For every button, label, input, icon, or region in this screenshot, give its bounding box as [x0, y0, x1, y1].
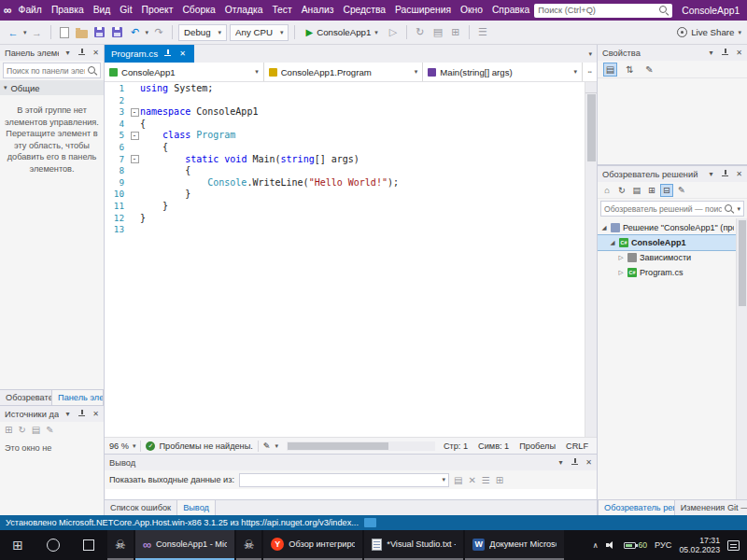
- language-indicator[interactable]: РУС: [655, 540, 671, 550]
- navigate-forward-icon[interactable]: →: [30, 24, 45, 41]
- tab-toolbox[interactable]: Панель эле...: [51, 390, 104, 405]
- chevron-down-icon[interactable]: ▾: [146, 29, 149, 36]
- toolbox-search-box[interactable]: [3, 63, 101, 78]
- taskbar-window-skull[interactable]: ☠: [236, 530, 262, 560]
- code-line[interactable]: 11 }: [105, 201, 585, 213]
- show-all-files-icon[interactable]: ✎: [675, 184, 688, 197]
- menu-item-4[interactable]: Проект: [137, 0, 178, 21]
- code-line[interactable]: 9 Console.WriteLine("Hello World!");: [105, 177, 585, 189]
- solution-search-box[interactable]: ▾: [600, 201, 744, 217]
- pin-icon[interactable]: [570, 457, 580, 469]
- properties-content[interactable]: [598, 78, 747, 164]
- hot-reload-icon[interactable]: ↻: [413, 24, 428, 41]
- code-line[interactable]: 2: [105, 95, 585, 107]
- categorized-view-icon[interactable]: ▤: [603, 63, 617, 77]
- code-line[interactable]: 8 {: [105, 165, 585, 177]
- toolbox-search-input[interactable]: [7, 66, 85, 76]
- navigate-back-icon[interactable]: ←: [6, 24, 21, 41]
- chevron-down-icon[interactable]: ▾: [23, 29, 27, 36]
- vertical-scrollbar[interactable]: [585, 82, 597, 437]
- platform-dropdown[interactable]: Any CPU▾: [230, 24, 289, 41]
- breakpoints-icon[interactable]: ▤: [430, 24, 445, 41]
- close-icon[interactable]: ✕: [734, 48, 744, 59]
- split-window-handle[interactable]: ▪▪: [583, 63, 597, 81]
- tree-item[interactable]: ◢Решение "ConsoleApp1" (проекты: 1 из 1): [598, 220, 736, 235]
- output-source-dropdown[interactable]: ▾: [239, 473, 449, 487]
- code-line[interactable]: 5- class Program: [105, 130, 585, 142]
- switch-views-icon[interactable]: ⌂: [600, 184, 613, 197]
- undo-icon[interactable]: ↶: [128, 24, 143, 41]
- scrollbar-thumb[interactable]: [739, 220, 746, 306]
- taskbar-window-visual-studio[interactable]: ∞ConsoleApp1 - Mic...: [135, 530, 234, 560]
- vertical-scrollbar[interactable]: [736, 218, 747, 499]
- task-view-button[interactable]: [71, 530, 106, 560]
- pin-icon[interactable]: [720, 48, 730, 59]
- configuration-dropdown[interactable]: Debug▾: [178, 24, 227, 41]
- new-file-icon[interactable]: [57, 24, 72, 41]
- quick-search-box[interactable]: [534, 4, 672, 18]
- fold-toggle[interactable]: -: [129, 108, 140, 117]
- whitespace-indicator[interactable]: Пробелы: [519, 441, 556, 451]
- code-area[interactable]: 1using System;23-namespace ConsoleApp14{…: [105, 82, 585, 437]
- document-list-chevron-icon[interactable]: ▾: [588, 50, 592, 58]
- menu-item-7[interactable]: Тест: [267, 0, 296, 21]
- menu-item-3[interactable]: Git: [115, 0, 136, 21]
- line-ending-indicator[interactable]: CRLF: [566, 441, 588, 451]
- chevron-down-icon[interactable]: ▾: [63, 409, 73, 420]
- close-icon[interactable]: ✕: [91, 409, 101, 420]
- zoom-dropdown[interactable]: 96 % ▾: [109, 441, 135, 451]
- close-icon[interactable]: ✕: [177, 49, 188, 60]
- sync-with-active-document-icon[interactable]: ▤: [630, 184, 643, 197]
- code-line[interactable]: 7- static void Main(string[] args): [105, 154, 585, 166]
- pin-icon[interactable]: [720, 169, 730, 180]
- clear-all-icon[interactable]: ✕: [468, 475, 475, 485]
- autoscroll-icon[interactable]: ⊞: [496, 475, 503, 485]
- code-editor[interactable]: 1using System;23-namespace ConsoleApp14{…: [105, 82, 597, 437]
- property-pages-icon[interactable]: ✎: [642, 63, 656, 77]
- chevron-down-icon[interactable]: ▾: [275, 442, 279, 450]
- find-in-files-icon[interactable]: ☰: [475, 24, 490, 41]
- code-line[interactable]: 6 {: [105, 142, 585, 154]
- solution-search-input[interactable]: [604, 204, 722, 214]
- edit-icon[interactable]: ✎: [46, 425, 53, 435]
- run-without-debugging-icon[interactable]: ▷: [386, 24, 401, 41]
- tab-program-cs[interactable]: Program.cs ✕: [105, 45, 194, 63]
- tab-server-explorer[interactable]: Обозревате...: [0, 390, 51, 405]
- taskbar-search-button[interactable]: [35, 530, 71, 560]
- taskbar-window-skull[interactable]: ☠: [107, 530, 134, 560]
- tree-item[interactable]: ▷Зависимости: [598, 250, 736, 265]
- member-dropdown[interactable]: Main(string[] args) ▾: [423, 63, 583, 81]
- tab-error-list[interactable]: Список ошибок: [105, 500, 176, 515]
- document-health-indicator[interactable]: ✓ Проблемы не найдены.: [146, 441, 252, 451]
- pin-icon[interactable]: [77, 409, 87, 420]
- menu-item-0[interactable]: Файл: [14, 0, 47, 21]
- code-line[interactable]: 12}: [105, 213, 585, 225]
- toolbox-group-general[interactable]: ▾ Общие: [0, 80, 104, 95]
- fold-toggle[interactable]: -: [129, 132, 140, 140]
- collapsed-icon[interactable]: ▷: [617, 269, 625, 276]
- close-icon[interactable]: ✕: [584, 457, 594, 469]
- menu-item-10[interactable]: Расширения: [390, 0, 456, 21]
- start-button[interactable]: ⊞: [0, 530, 35, 560]
- tab-output[interactable]: Вывод: [176, 500, 216, 515]
- hidden-icons-chevron-icon[interactable]: ∧: [593, 541, 599, 550]
- code-line[interactable]: 1using System;: [105, 83, 585, 95]
- code-line[interactable]: 10 }: [105, 189, 585, 201]
- clock[interactable]: 17:31 05.02.2023: [680, 536, 720, 554]
- chevron-down-icon[interactable]: ▾: [63, 48, 73, 59]
- edit-mode-icon[interactable]: ✎: [263, 441, 271, 451]
- code-line[interactable]: 13: [105, 224, 585, 236]
- chevron-down-icon[interactable]: ▾: [706, 169, 716, 180]
- refresh-icon[interactable]: ↻: [18, 425, 25, 435]
- expanded-icon[interactable]: ◢: [609, 239, 616, 246]
- battery-indicator[interactable]: 60: [624, 540, 648, 550]
- live-share-button[interactable]: Live Share ▾: [677, 27, 741, 37]
- fold-toggle[interactable]: -: [129, 155, 140, 163]
- pin-icon[interactable]: [77, 48, 87, 59]
- tree-item[interactable]: ◢C#ConsoleApp1: [598, 235, 736, 250]
- code-line[interactable]: 3-namespace ConsoleApp1: [105, 106, 585, 119]
- output-content[interactable]: [106, 489, 596, 499]
- project-dropdown[interactable]: ConsoleApp1 ▾: [105, 63, 264, 81]
- scrollbar-thumb[interactable]: [288, 442, 388, 450]
- chevron-down-icon[interactable]: ▾: [706, 48, 716, 59]
